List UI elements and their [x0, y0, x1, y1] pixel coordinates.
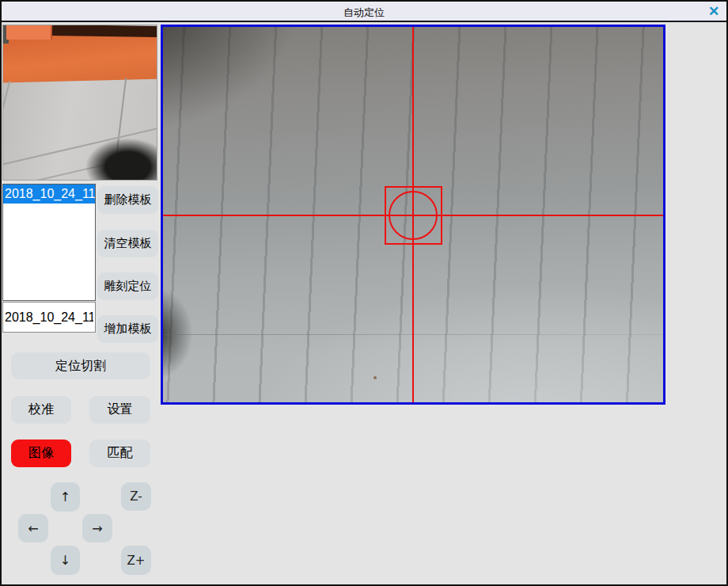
- delete-template-button[interactable]: 删除模板: [97, 186, 158, 214]
- template-list-item[interactable]: 2018_10_24_11: [3, 185, 95, 204]
- thumbnail-orange-beam: [3, 33, 157, 83]
- add-template-button[interactable]: 增加模板: [97, 315, 158, 343]
- jog-left-button[interactable]: ←: [18, 514, 48, 542]
- title-bar: 自动定位 ✕: [2, 2, 726, 22]
- camera-view[interactable]: [161, 25, 665, 405]
- jog-up-button[interactable]: ↑: [51, 482, 80, 512]
- template-list[interactable]: 2018_10_24_11: [2, 184, 96, 301]
- jog-down-button[interactable]: ↓: [51, 546, 80, 575]
- window-title: 自动定位: [2, 6, 726, 20]
- settings-button[interactable]: 设置: [89, 396, 150, 424]
- roi-circle: [389, 191, 438, 240]
- close-icon[interactable]: ✕: [705, 3, 722, 21]
- auto-positioning-window: 自动定位 ✕ 2018_10_24_11 删除模板 清空模板 雕刻定位 增加模板…: [0, 0, 728, 586]
- thumbnail-tile-line: [3, 81, 10, 113]
- z-plus-button[interactable]: Z+: [121, 546, 151, 575]
- image-button[interactable]: 图像: [11, 440, 71, 467]
- calibrate-button[interactable]: 校准: [11, 396, 71, 424]
- template-thumbnail: [3, 25, 157, 180]
- z-minus-button[interactable]: Z-: [121, 482, 151, 511]
- camera-speck: [373, 376, 377, 379]
- position-cut-button[interactable]: 定位切割: [11, 352, 150, 379]
- thumbnail-shadow-blob: [86, 139, 157, 180]
- engrave-position-button[interactable]: 雕刻定位: [97, 272, 158, 300]
- thumbnail-orange-block: [6, 25, 52, 40]
- jog-right-button[interactable]: →: [82, 514, 112, 542]
- clear-template-button[interactable]: 清空模板: [97, 230, 158, 257]
- template-name-input[interactable]: [2, 302, 96, 333]
- match-button[interactable]: 匹配: [89, 440, 150, 467]
- thumbnail-dark-bar: [52, 25, 157, 37]
